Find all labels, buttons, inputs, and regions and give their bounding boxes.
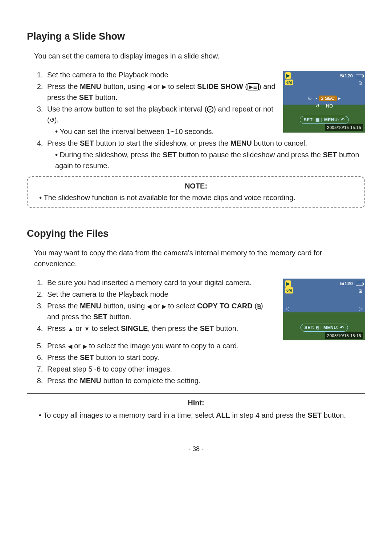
- copy-step-2: Set the camera to the Playback mode: [45, 289, 276, 300]
- steps-slideshow: Set the camera to the Playback mode Pres…: [31, 69, 276, 137]
- right-caret-icon: ▸: [338, 96, 341, 101]
- right-arrow-icon: ▶: [83, 344, 87, 349]
- image-counter: 5/120: [340, 73, 353, 78]
- right-arrow-icon: ▶: [162, 84, 166, 90]
- section-slideshow: Playing a Slide Show You can set the cam…: [27, 29, 365, 208]
- lcd-screenshot-copy: ▶ 5/120 6M 🗎 ◁ ▷ SET: ⎘MENU: ↶ 2005/10/1…: [283, 279, 365, 340]
- left-caret-icon: ◂: [315, 96, 318, 101]
- note-list: The slideshow function is not available …: [36, 192, 356, 203]
- copy-step-4: Press ▲ or ▼ to select SINGLE, then pres…: [45, 323, 276, 334]
- slideshow-settings-overlay: ⏲ ◂ 3 SEC ▸ ↺ NO: [283, 94, 365, 110]
- step-3: Use the arrow button to set the playback…: [45, 104, 276, 137]
- lcd-timestamp: 2005/10/15 15:15: [325, 332, 363, 339]
- step-2: Press the MENU button, using ◀ or ▶ to s…: [45, 81, 276, 103]
- copy-step-6: Press the SET button to start copy.: [45, 352, 365, 363]
- steps-slideshow-cont: Press the SET button to start the slides…: [31, 138, 365, 171]
- left-arrow-icon: ◀: [147, 304, 151, 309]
- interval-clock-icon: ✓: [207, 106, 213, 113]
- copy-step-1: Be sure you had inserted a memory card t…: [45, 277, 276, 288]
- left-arrow-icon: ◀: [147, 84, 151, 90]
- lcd-screenshot-slideshow: ▶ 5/120 6M 🗎 ⏲ ◂ 3 SEC ▸ ↺ NO SET: ▦MENU…: [283, 71, 365, 133]
- nav-left-icon: ◁: [285, 305, 289, 312]
- left-arrow-icon: ◀: [68, 344, 72, 349]
- note-title: NOTE:: [36, 181, 356, 191]
- copy-step-7: Repeat step 5~6 to copy other images.: [45, 364, 365, 374]
- nav-right-icon: ▷: [359, 305, 363, 312]
- copy-step-5: Press ◀ or ▶ to select the image you wan…: [45, 340, 365, 351]
- step-4-sub: During the slideshow, press the SET butt…: [47, 149, 365, 171]
- hint-item: To copy all images to a memory card in a…: [39, 410, 357, 421]
- menu-back-icon: ↶: [340, 325, 344, 330]
- row-steps-and-lcd-1: Set the camera to the Playback mode Pres…: [27, 69, 365, 138]
- page-number: - 38 -: [27, 444, 365, 454]
- image-counter: 5/120: [340, 281, 353, 286]
- repeat-value: NO: [326, 103, 333, 109]
- set-copy-icon: ⎘: [316, 325, 319, 330]
- lcd-hint-pill: SET: ▦MENU: ↶: [300, 116, 349, 124]
- down-arrow-icon: ▼: [84, 326, 90, 332]
- hint-title: Hint:: [35, 397, 357, 408]
- row-steps-and-lcd-2: Be sure you had inserted a memory card t…: [27, 277, 365, 340]
- resolution-badge: 6M: [285, 287, 293, 293]
- repeat-icon: ↺: [315, 103, 319, 109]
- playback-mode-icon: ▶: [285, 72, 291, 79]
- battery-icon: [356, 282, 363, 286]
- hint-list: To copy all images to a memory card in a…: [35, 410, 357, 421]
- up-arrow-icon: ▲: [68, 326, 74, 332]
- copy-to-card-icon: ⎘: [257, 304, 261, 309]
- copy-step-3: Press the MENU button, using ◀ or ▶ to s…: [45, 300, 276, 322]
- heading-copy: Copying the Files: [27, 226, 365, 241]
- section-copy: Copying the Files You may want to copy t…: [27, 226, 365, 426]
- lcd-timestamp: 2005/10/15 15:15: [325, 124, 363, 131]
- slideshow-icon: ▶≣: [248, 83, 259, 90]
- interval-value: 3 SEC: [319, 96, 337, 101]
- note-box: NOTE: The slideshow function is not avai…: [27, 176, 365, 208]
- step-4: Press the SET button to start the slides…: [45, 138, 365, 171]
- hint-box: Hint: To copy all images to a memory car…: [27, 393, 365, 426]
- copy-step-8: Press the MENU button to complete the se…: [45, 375, 365, 386]
- steps-copy: Be sure you had inserted a memory card t…: [31, 277, 276, 334]
- protect-icon: 🗎: [358, 287, 363, 295]
- intro-slideshow: You can set the camera to display images…: [34, 50, 365, 61]
- protect-icon: 🗎: [358, 80, 363, 87]
- intro-copy: You may want to copy the data from the c…: [34, 247, 365, 269]
- clock-icon: ⏲: [307, 96, 312, 101]
- step-1: Set the camera to the Playback mode: [45, 69, 276, 80]
- heading-slideshow: Playing a Slide Show: [27, 29, 365, 44]
- lcd-hint-pill: SET: ⎘MENU: ↶: [301, 324, 348, 332]
- playback-mode-icon: ▶: [285, 280, 291, 287]
- steps-copy-cont: Press ◀ or ▶ to select the image you wan…: [31, 340, 365, 386]
- right-arrow-icon: ▶: [162, 304, 166, 309]
- resolution-badge: 6M: [285, 80, 293, 86]
- repeat-icon: ↺: [50, 117, 54, 123]
- note-item: The slideshow function is not available …: [39, 192, 356, 203]
- battery-icon: [356, 74, 363, 78]
- set-pill-icon: ▦: [315, 117, 320, 122]
- step-3-sub: You can set the interval between 1~10 se…: [47, 126, 276, 137]
- menu-back-icon: ↶: [341, 117, 345, 122]
